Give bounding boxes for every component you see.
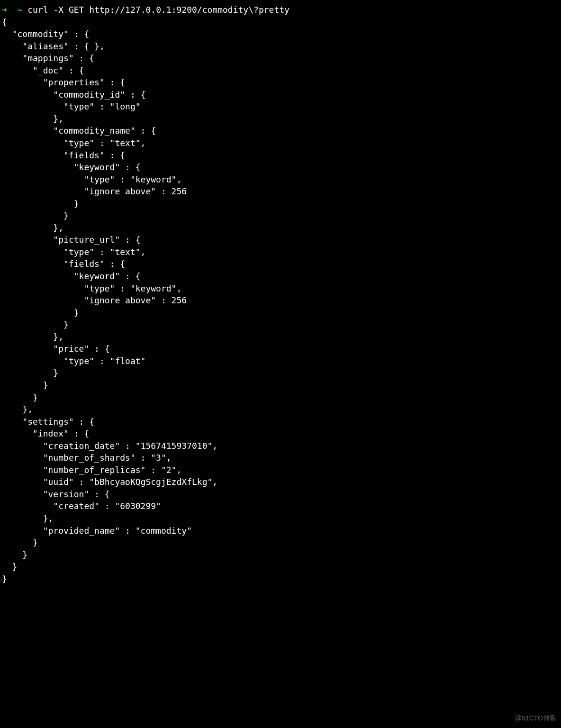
output-block: { "commodity" : { "aliases" : { }, "mapp… xyxy=(2,17,217,584)
command-text: curl -X GET http://127.0.0.1:9200/commod… xyxy=(27,5,290,15)
prompt-tilde: ~ xyxy=(18,5,23,15)
prompt-arrow-icon: ➜ xyxy=(2,5,7,15)
terminal-window[interactable]: ➜ ~ curl -X GET http://127.0.0.1:9200/co… xyxy=(2,4,559,585)
watermark-text: @51CTO博客 xyxy=(515,714,556,723)
